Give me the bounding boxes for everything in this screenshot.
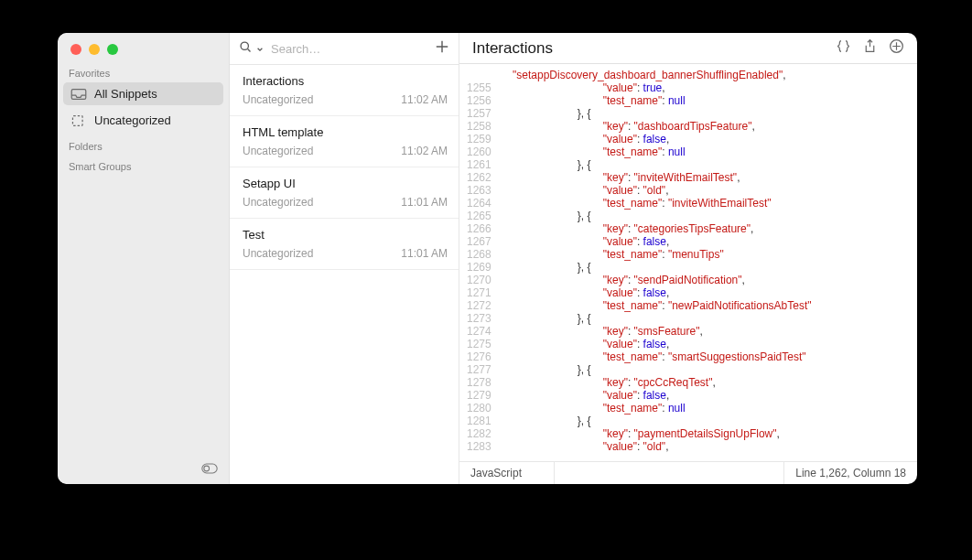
- snippet-item[interactable]: Setapp UIUncategorized11:01 AM: [230, 167, 459, 219]
- snippet-item-meta: Uncategorized11:02 AM: [243, 145, 448, 157]
- app-window: Favorites All Snippets Uncategorized Fol…: [58, 33, 917, 484]
- tray-icon: [70, 88, 87, 101]
- cursor-position: Line 1,262, Column 18: [784, 462, 917, 484]
- snippet-list: InteractionsUncategorized11:02 AMHTML te…: [230, 65, 459, 484]
- snippet-item-category: Uncategorized: [243, 93, 313, 106]
- snippet-item-title: Test: [243, 228, 448, 242]
- editor-header: Interactions: [459, 33, 917, 64]
- snippet-title[interactable]: Interactions: [472, 39, 836, 58]
- zoom-icon[interactable]: [107, 44, 118, 55]
- snippet-item[interactable]: TestUncategorized11:01 AM: [230, 219, 459, 270]
- search-input[interactable]: [271, 42, 427, 56]
- language-selector[interactable]: JavaScript: [459, 462, 555, 484]
- header-actions: [836, 38, 904, 58]
- toggle-icon[interactable]: [201, 461, 218, 477]
- snippet-item-title: Setapp UI: [243, 177, 448, 190]
- minimize-icon[interactable]: [89, 44, 100, 55]
- snippet-item[interactable]: HTML templateUncategorized11:02 AM: [230, 116, 459, 167]
- status-spacer: [555, 462, 784, 484]
- snippet-item-meta: Uncategorized11:02 AM: [243, 93, 448, 106]
- snippet-item-time: 11:01 AM: [401, 247, 448, 260]
- search-bar: [230, 33, 459, 65]
- sidebar-footer: [58, 455, 229, 484]
- snippet-list-pane: InteractionsUncategorized11:02 AMHTML te…: [229, 33, 459, 484]
- sidebar-item-uncategorized[interactable]: Uncategorized: [63, 109, 223, 132]
- snippet-item-time: 11:02 AM: [401, 93, 448, 106]
- snippet-item-time: 11:02 AM: [401, 145, 448, 157]
- sidebar-item-all-snippets[interactable]: All Snippets: [63, 82, 223, 105]
- snippet-item-category: Uncategorized: [243, 145, 313, 157]
- close-icon[interactable]: [70, 44, 81, 55]
- add-snippet-button[interactable]: [435, 39, 449, 58]
- status-bar: JavaScript Line 1,262, Column 18: [459, 461, 917, 484]
- snippet-item-category: Uncategorized: [243, 196, 313, 209]
- share-icon[interactable]: [862, 38, 878, 58]
- snippet-item-title: HTML template: [243, 125, 448, 139]
- search-icon[interactable]: [239, 40, 253, 58]
- line-gutter: 1255125612571258125912601261126212631264…: [459, 64, 501, 461]
- sidebar-section-smart-groups: Smart Groups: [58, 154, 229, 174]
- square-dashed-icon: [70, 114, 87, 127]
- snippet-item-title: Interactions: [243, 74, 448, 88]
- search-chevron-icon[interactable]: [256, 40, 264, 57]
- snippet-item[interactable]: InteractionsUncategorized11:02 AM: [230, 65, 459, 116]
- sidebar-item-label: Uncategorized: [94, 113, 171, 127]
- sidebar-section-folders: Folders: [58, 134, 229, 154]
- snippet-item-time: 11:01 AM: [401, 196, 448, 209]
- snippet-item-category: Uncategorized: [243, 247, 313, 260]
- braces-icon[interactable]: [836, 38, 851, 58]
- editor-pane: Interactions 125512561257125812591260126…: [459, 33, 917, 484]
- svg-rect-1: [72, 115, 82, 125]
- snippet-item-meta: Uncategorized11:01 AM: [243, 247, 448, 260]
- sidebar: Favorites All Snippets Uncategorized Fol…: [58, 33, 229, 484]
- svg-point-4: [241, 42, 248, 49]
- sidebar-item-label: All Snippets: [94, 87, 157, 101]
- window-controls: [58, 33, 229, 60]
- snippet-item-meta: Uncategorized11:01 AM: [243, 196, 448, 209]
- add-circle-icon[interactable]: [889, 38, 904, 58]
- sidebar-section-favorites: Favorites: [58, 60, 229, 81]
- svg-point-3: [204, 466, 210, 471]
- code-content[interactable]: "setappDiscovery_dashboard_bannerShuffli…: [501, 64, 812, 461]
- code-editor[interactable]: 1255125612571258125912601261126212631264…: [459, 64, 917, 461]
